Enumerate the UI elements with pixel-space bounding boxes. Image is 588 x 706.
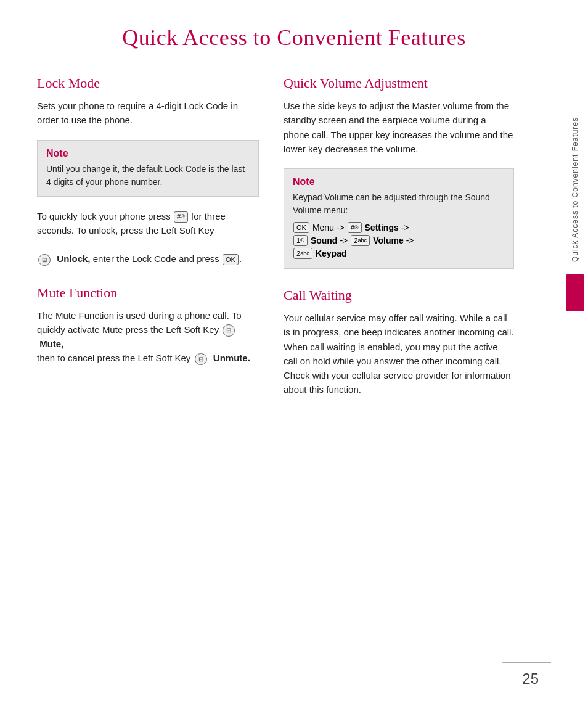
mute-body-text2: then to cancel press the Left Soft Key — [37, 353, 190, 363]
sound-text: Sound — [311, 236, 338, 245]
left-column: Lock Mode Sets your phone to require a 4… — [37, 75, 259, 409]
mute-body-text1: The Mute Function is used during a phone… — [37, 310, 242, 335]
quick-volume-body: Use the side keys to adjust the Master v… — [284, 99, 514, 156]
sidebar-tab: Quick Access to Convenient Features — [562, 111, 588, 395]
volume-note-title: Note — [293, 176, 505, 187]
left-soft-key-icon: ⊟ — [38, 254, 51, 266]
settings-arrow: -> — [401, 223, 409, 232]
mute-function-title: Mute Function — [37, 285, 259, 301]
ok-nav-icon: OK — [293, 222, 309, 233]
mute-soft-key-icon: ⊟ — [223, 324, 235, 337]
nav-line-3: 2abc Keypad — [293, 248, 505, 259]
nav-line-2: 1® Sound -> 2abc Volume -> — [293, 235, 505, 246]
unmute-label: Unmute. — [213, 353, 250, 363]
mute-body: The Mute Function is used during a phone… — [37, 308, 259, 366]
volume-note-box: Note Keypad Volume can be adjusted throu… — [284, 168, 514, 269]
call-waiting-body: Your cellular service may offer call wai… — [284, 311, 514, 397]
mute-section: Mute Function The Mute Function is used … — [37, 285, 259, 366]
right-column: Quick Volume Adjustment Use the side key… — [284, 75, 514, 409]
lock-mode-body: Sets your phone to require a 4-digit Loc… — [37, 99, 259, 128]
two-column-layout: Lock Mode Sets your phone to require a 4… — [37, 75, 514, 409]
sound-arrow: -> — [340, 236, 348, 245]
sound-key-icon: 1® — [293, 235, 308, 246]
lock-instruction-text1: To quickly lock your phone press — [37, 211, 171, 221]
hash-key-icon: #® — [174, 211, 188, 223]
unmute-soft-key-icon: ⊟ — [195, 353, 207, 366]
lock-mode-note-box: Note Until you change it, the default Lo… — [37, 140, 259, 197]
unlock-label: Unlock, — [57, 253, 90, 264]
lock-instruction-text3: enter the Lock Code and press — [93, 253, 219, 264]
volume-text: Volume — [373, 236, 404, 245]
lock-instruction: To quickly lock your phone press #® for … — [37, 209, 259, 266]
page-container: Quick Access to Convenient Features Lock… — [0, 0, 588, 706]
page-title: Quick Access to Convenient Features — [37, 25, 551, 51]
keypad-text: Keypad — [316, 248, 347, 258]
volume-arrow: -> — [406, 236, 414, 245]
sidebar-text: Quick Access to Convenient Features — [571, 111, 579, 268]
lock-mode-note-body: Until you change it, the default Lock Co… — [46, 163, 250, 189]
mute-label: Mute, — [39, 339, 63, 349]
volume-key-icon: 2abc — [351, 235, 370, 246]
ok-key-icon: OK — [223, 254, 239, 265]
call-waiting-title: Call Waiting — [284, 287, 514, 303]
settings-text: Settings — [365, 223, 399, 232]
footer-divider — [502, 662, 551, 663]
keypad-key-icon: 2abc — [293, 248, 312, 259]
call-waiting-section: Call Waiting Your cellular service may o… — [284, 287, 514, 397]
nav-line-1: OK Menu -> #® Settings -> — [293, 222, 505, 233]
page-number: 25 — [522, 670, 539, 688]
quick-volume-title: Quick Volume Adjustment — [284, 75, 514, 91]
lock-mode-title: Lock Mode — [37, 75, 259, 91]
lock-mode-note-title: Note — [46, 148, 250, 159]
menu-text: Menu -> — [312, 223, 345, 232]
settings-key-icon: #® — [348, 222, 362, 233]
volume-note-body: Keypad Volume can be adjusted through th… — [293, 191, 505, 217]
sidebar-accent-bar — [566, 274, 584, 311]
